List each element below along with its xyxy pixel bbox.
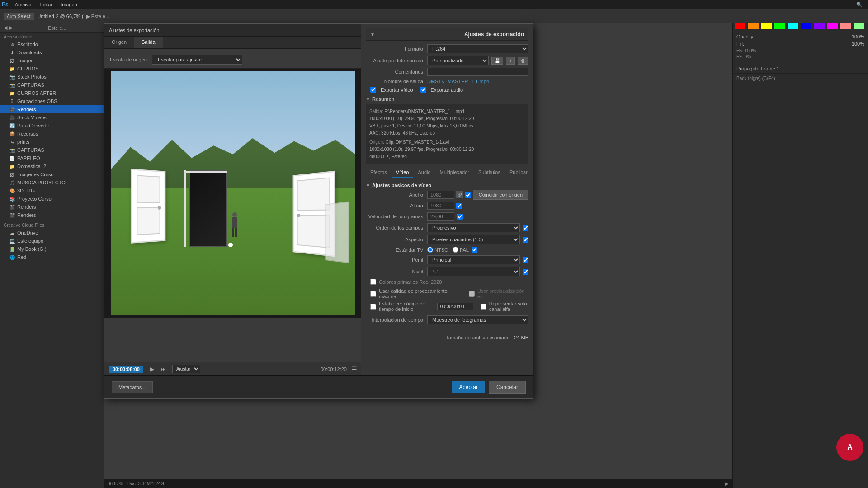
export-audio-checkbox[interactable] — [420, 87, 426, 93]
metadata-btn[interactable]: Metadatos... — [112, 381, 153, 393]
menu-item-archivo[interactable]: Archivo — [11, 1, 35, 8]
height-input[interactable] — [427, 202, 454, 210]
save-preset-btn[interactable]: 💾 — [491, 57, 503, 65]
sidebar-item-renders3[interactable]: 🎬 Renders — [0, 211, 104, 219]
source-scale-select[interactable]: Escalar para ajustar — [152, 55, 242, 65]
sidebar-item-renders2[interactable]: 🎬 Renders — [0, 203, 104, 211]
video-basic-settings-header[interactable]: ▼ Ajustes básicos de vídeo — [366, 183, 528, 188]
preset-label: Ajuste predeterminado: — [366, 58, 425, 63]
export-tab-audio[interactable]: Audio — [413, 168, 435, 178]
sidebar-item-domestica[interactable]: 📁 Domestica_2 — [0, 162, 104, 170]
sidebar-item-musica[interactable]: 🎵 MÚSICA PROYECTO — [0, 178, 104, 187]
sidebar-item-grabaciones[interactable]: 🎙 Grabaciones OBS — [0, 97, 104, 105]
alpha-checkbox[interactable] — [481, 304, 486, 310]
coincide-btn[interactable]: Coincidir con origen — [473, 190, 528, 200]
output-filename-link[interactable]: DMSTK_MASTER_1-1.mp4 — [427, 79, 489, 84]
swatch-green[interactable] — [774, 23, 785, 29]
sidebar-item-currosafter[interactable]: 📁 CURROS AFTER — [0, 89, 104, 97]
time-start-display[interactable]: 00:00:08:00 — [109, 366, 143, 373]
level-select[interactable]: 4.1 — [427, 267, 520, 276]
dialog-tab-salida[interactable]: Salida — [134, 37, 163, 48]
opacity-value: 100% — [852, 34, 864, 39]
sidebar-item-prints[interactable]: 🖨 prints — [0, 138, 104, 146]
next-frame-btn[interactable]: ⏭ — [159, 365, 168, 374]
sidebar-item-onedrive[interactable]: ☁ OneDrive — [0, 229, 104, 237]
menu-search-icon[interactable]: 🔍 — [856, 2, 863, 8]
sidebar-item-capturas[interactable]: 📸 CAPTURAS — [0, 81, 104, 89]
timecode-checkbox[interactable] — [370, 304, 376, 310]
max-quality-checkbox[interactable] — [370, 291, 376, 297]
ntsc-radio[interactable] — [427, 247, 433, 253]
swatch-pink[interactable] — [840, 23, 851, 29]
dialog-tab-origen[interactable]: Origen — [104, 37, 134, 48]
sidebar-item-escritorio[interactable]: 🖥 Escritorio — [0, 40, 104, 48]
level-checkbox[interactable] — [523, 269, 528, 275]
sidebar-item-paraconvertir[interactable]: 🔄 Para Convertir — [0, 122, 104, 130]
sidebar-item-mybook[interactable]: 📗 My Book (G:) — [0, 245, 104, 253]
status-arrow-btn[interactable]: ▶ — [725, 481, 729, 486]
timecode-input[interactable] — [437, 303, 473, 310]
menu-item-editar[interactable]: Editar — [36, 1, 56, 8]
width-input[interactable] — [427, 191, 454, 199]
sidebar-item-stockphotos[interactable]: 📷 Stock Photos — [0, 73, 104, 81]
export-video-checkbox[interactable] — [370, 87, 376, 93]
swatch-blue[interactable] — [801, 23, 811, 29]
menu-item-imagen[interactable]: Imagen — [57, 1, 81, 8]
interpolation-select[interactable]: Muestreo de fotogramas — [427, 315, 528, 324]
fps-input[interactable] — [427, 212, 454, 221]
height-checkbox[interactable] — [456, 203, 462, 209]
delete-preset-btn[interactable]: 🗑 — [518, 57, 528, 65]
sidebar-item-3dluts[interactable]: 🎨 3DLUTs — [0, 187, 104, 195]
sidebar-item-curros[interactable]: 📁 CURROS — [0, 65, 104, 73]
width-checkbox[interactable] — [465, 192, 471, 198]
pal-radio[interactable] — [453, 247, 458, 253]
sidebar-item-esteequipo[interactable]: 💻 Este equipo — [0, 237, 104, 245]
sidebar-item-capturas2[interactable]: 📸 CAPTURAS — [0, 146, 104, 154]
fps-checkbox[interactable] — [457, 214, 463, 220]
width-height-link-icon[interactable]: 🔗 — [456, 191, 463, 198]
accept-btn[interactable]: Aceptar — [452, 381, 485, 393]
adjust-select[interactable]: Ajustar — [172, 365, 200, 373]
comments-input[interactable] — [427, 68, 528, 76]
sidebar-item-red[interactable]: 🌐 Red — [0, 253, 104, 261]
profile-select[interactable]: Principal — [427, 255, 520, 264]
cancel-btn[interactable]: Cancelar — [489, 381, 526, 394]
sidebar-item-proyectocurso[interactable]: 📚 Proyecto Curso — [0, 195, 104, 203]
swatch-orange[interactable] — [748, 23, 759, 29]
export-tab-subtitulos[interactable]: Subtítulos — [474, 168, 505, 178]
sidebar-item-renders[interactable]: 🎬 Renders — [0, 105, 104, 113]
sidebar-item-recursos[interactable]: 📦 Recursos — [0, 130, 104, 138]
timeline-settings-btn[interactable]: ☰ — [351, 366, 357, 373]
export-tab-video[interactable]: Vídeo — [392, 168, 414, 178]
sidebar-item-stockvideos[interactable]: 🎥 Stock Vídeos — [0, 113, 104, 122]
swatch-red[interactable] — [735, 23, 745, 29]
export-tab-mux[interactable]: Multiplexador — [435, 168, 474, 178]
opacity-row: Opacity: 100% — [736, 34, 864, 39]
play-btn[interactable]: ▶ — [148, 365, 157, 374]
export-tab-publicar[interactable]: Publicar — [505, 168, 532, 178]
swatch-magenta[interactable] — [827, 23, 838, 29]
create-preset-btn[interactable]: + — [506, 57, 515, 65]
tv-standard-checkbox[interactable] — [472, 247, 477, 253]
aspect-select[interactable]: Píxeles cuadados (1.0) — [427, 235, 520, 244]
format-select[interactable]: H.264 — [427, 44, 528, 53]
sidebar-item-papeleo[interactable]: 📄 PAPELEO — [0, 154, 104, 162]
aspect-checkbox[interactable] — [523, 237, 528, 243]
profile-checkbox[interactable] — [523, 257, 528, 263]
format-row: Formato: H.264 — [366, 44, 528, 53]
field-order-select[interactable]: Progresivo — [427, 223, 520, 232]
tool-btn-move[interactable]: Auto-Select: — [4, 13, 34, 20]
sidebar-item-imagen[interactable]: 🖼 Imagen — [0, 56, 104, 65]
export-tab-efectos[interactable]: Efectos — [366, 168, 392, 178]
field-order-row: Orden de los campos: Progresivo — [366, 223, 528, 232]
sidebar-item-imagenes[interactable]: 🖼 Imágenes Curso — [0, 170, 104, 178]
preview-checkbox[interactable] — [469, 291, 475, 297]
preset-select[interactable]: Personalizado — [427, 56, 489, 65]
colors-checkbox[interactable] — [370, 279, 376, 285]
sidebar-item-downloads[interactable]: ⬇ Downloads — [0, 48, 104, 56]
field-order-checkbox[interactable] — [523, 225, 528, 231]
swatch-cyan[interactable] — [788, 23, 798, 29]
swatch-lightgreen[interactable] — [854, 23, 864, 29]
swatch-violet[interactable] — [814, 23, 825, 29]
swatch-yellow[interactable] — [761, 23, 772, 29]
